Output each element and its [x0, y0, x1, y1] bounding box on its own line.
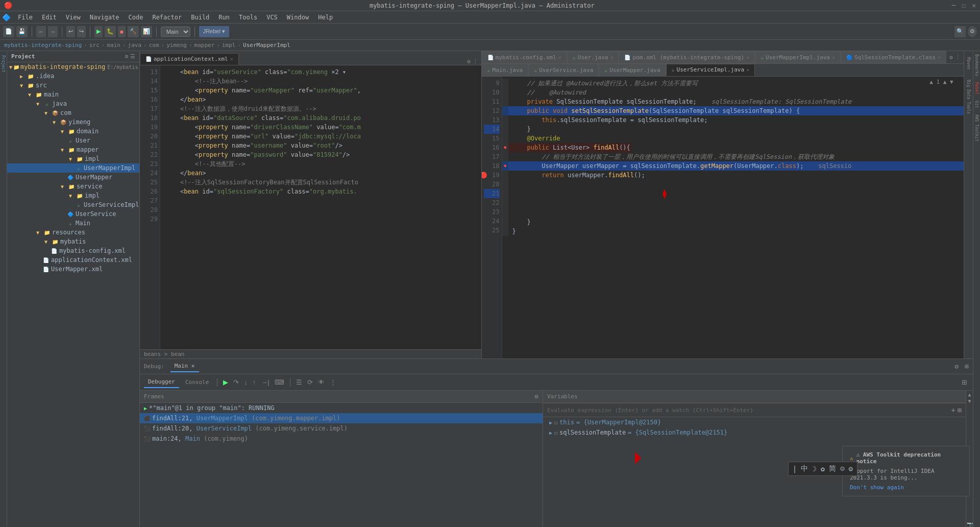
toolbar-undo[interactable]: ↩	[66, 26, 75, 37]
debug-threads[interactable]: ⟳	[306, 377, 314, 387]
maven-icon[interactable]: Maven	[966, 53, 971, 74]
menu-view[interactable]: View	[62, 13, 85, 22]
tree-usermapperimpl[interactable]: ☕ UserMapperImpl	[7, 163, 139, 173]
eval-bar[interactable]: Evaluate expression (Enter) or add a wat…	[543, 403, 966, 417]
frame-userserviceimpl[interactable]: ⬛ findAll:20, UserServiceImpl (com.yimen…	[140, 423, 543, 434]
debug-watch[interactable]: 👁	[316, 377, 326, 387]
left-code-content[interactable]: <bean id="userService" class="com.yimeng…	[160, 65, 481, 349]
menu-file[interactable]: File	[14, 13, 37, 22]
breadcrumb-impl[interactable]: impl	[222, 42, 236, 49]
tab-usermapperimpl[interactable]: ☕ UserMapperImpl.java ✕	[755, 51, 841, 63]
menu-run[interactable]: Run	[214, 13, 234, 22]
debug-step-over[interactable]: ↷	[232, 377, 240, 387]
tree-mapper[interactable]: ▼ 📁 mapper	[7, 145, 139, 154]
frames-filter[interactable]: ⊜	[534, 393, 538, 400]
close-userserviceimpl[interactable]: ✕	[746, 67, 749, 73]
debug-settings[interactable]: ⚙	[954, 363, 959, 370]
debug-run-to-cursor[interactable]: →|	[259, 377, 271, 387]
tree-yimeng[interactable]: ▼ 📦 yimeng	[7, 117, 139, 127]
right-editor-layout[interactable]: ⋮	[955, 54, 961, 61]
tree-mybatis-folder[interactable]: ▼ 📁 mybatis	[7, 237, 139, 246]
breadcrumb-yimeng[interactable]: yimeng	[166, 42, 187, 49]
debugger-tab[interactable]: Debugger	[144, 376, 179, 388]
close-mybatisconfig[interactable]: ✕	[558, 55, 561, 60]
debug-more[interactable]: ⋮	[328, 377, 338, 387]
input-chinese[interactable]: 中	[801, 464, 808, 473]
close-sqlsession[interactable]: ✕	[938, 55, 941, 60]
close-btn[interactable]: ✕	[972, 2, 976, 9]
tree-usermapper-interface[interactable]: 🔷 UserMapper	[7, 173, 139, 182]
debug-session-tab[interactable]: Main ✕	[170, 361, 199, 372]
tree-usermapper-xml[interactable]: 📄 UserMapper.xml	[7, 265, 139, 274]
toolbar-rebuild[interactable]: 🔨	[128, 26, 139, 37]
tree-main-class[interactable]: ☕ Main	[7, 219, 139, 228]
toolbar-stop[interactable]: ■	[118, 26, 126, 37]
breadcrumb-com[interactable]: com	[149, 42, 159, 49]
debug-evaluate[interactable]: ⌨	[273, 377, 286, 387]
var-sqlsessiontemplate[interactable]: ▶ ◻ sqlSessionTemplate = {SqlSessionTemp…	[543, 427, 966, 438]
menu-window[interactable]: Window	[283, 13, 313, 22]
menu-vcs[interactable]: VCS	[262, 13, 282, 22]
frame-main[interactable]: ⬛ main:24, Main (com.yimeng)	[140, 434, 543, 444]
right-editor-settings[interactable]: ⚙	[949, 54, 953, 61]
toolbar-back[interactable]: ←	[36, 26, 46, 37]
tab-applicationcontext[interactable]: 📄 applicationContext.xml ✕	[140, 53, 239, 65]
menu-code[interactable]: Code	[125, 13, 148, 22]
toolbar-run[interactable]: ▶	[94, 26, 103, 37]
toolbar-save[interactable]: 💾	[16, 26, 28, 37]
minimize-btn[interactable]: ─	[952, 2, 956, 9]
menu-navigate[interactable]: Navigate	[86, 13, 124, 22]
tree-main[interactable]: ▼ 📁 main	[7, 90, 139, 99]
toolbar-debug[interactable]: 🐛	[105, 26, 116, 37]
editor-settings-icon[interactable]: ⚙	[467, 58, 471, 65]
tree-idea[interactable]: ▶ 📁 .idea	[7, 71, 139, 81]
tab-main[interactable]: ☕ Main.java	[482, 64, 529, 76]
tree-domain[interactable]: ▼ 📁 domain	[7, 127, 139, 136]
menu-build[interactable]: Build	[187, 13, 213, 22]
search-btn[interactable]: 🔍	[954, 26, 966, 37]
aws-toolkit-icon[interactable]: AWS Toolkit	[974, 111, 979, 145]
close-user[interactable]: ✕	[610, 55, 613, 60]
tree-user-class[interactable]: ☕ User	[7, 136, 139, 145]
tree-com[interactable]: ▼ 📦 com	[7, 108, 139, 117]
breadcrumb-mapper[interactable]: mapper	[194, 42, 215, 49]
input-simplified[interactable]: 简	[829, 464, 836, 473]
tree-mapper-impl[interactable]: ▼ 📁 impl	[7, 154, 139, 163]
rebtel-icon[interactable]: Rebel	[974, 79, 979, 98]
frame-running[interactable]: ▶ *"main"@1 in group "main": RUNNING	[140, 403, 543, 413]
var-this[interactable]: ▶ ◻ this = {UserMapperImpl@2150}	[543, 417, 966, 427]
tab-usermapper[interactable]: ☕ UserMapper.java	[599, 64, 666, 76]
debug-panel-expand[interactable]: ⊞	[960, 377, 969, 387]
tab-mybatisconfig[interactable]: 📄 mybatis-config.xml ✕	[482, 51, 567, 63]
toolbar-forward[interactable]: →	[48, 26, 58, 37]
debug-step-into[interactable]: ↓	[242, 377, 249, 387]
tab-pom[interactable]: 📄 pom.xml (mybatis-integrate-sping) ✕	[619, 51, 755, 63]
tree-project-root[interactable]: ▼ 📁 mybatis-integrate-sping E:/mybatis-i…	[7, 62, 139, 71]
aws-notice-link[interactable]: Don't show again	[850, 484, 904, 491]
var-camera[interactable]: 📷	[967, 521, 973, 527]
breadcrumb-main[interactable]: main	[107, 42, 120, 49]
tree-service-impl[interactable]: ▼ 📁 impl	[7, 191, 139, 200]
tab-userserviceimpl[interactable]: ☕ UserServiceImpl.java ✕	[666, 64, 755, 76]
tree-java[interactable]: ▼ ☕ java	[7, 99, 139, 108]
tab-userservice[interactable]: ☕ UserService.java	[528, 64, 599, 76]
sidebar-layout[interactable]: ☰	[130, 53, 135, 60]
debug-resume[interactable]: ▶	[222, 377, 230, 387]
breadcrumb-file[interactable]: UserMapperImpl	[243, 42, 290, 49]
tree-src[interactable]: ▼ 📁 src	[7, 81, 139, 90]
menu-tools[interactable]: Tools	[235, 13, 261, 22]
input-flower[interactable]: ✿	[821, 465, 825, 473]
breadcrumb-java[interactable]: java	[128, 42, 142, 49]
bigdata-icon[interactable]: Big Data Tools	[966, 76, 971, 118]
tree-resources[interactable]: ▼ 📁 resources	[7, 228, 139, 237]
tree-appcontext[interactable]: 📄 applicationContext.xml	[7, 255, 139, 265]
close-pom[interactable]: ✕	[746, 55, 749, 60]
tab-user[interactable]: ☕ User.java ✕	[567, 51, 619, 63]
frame-usermapperimpl[interactable]: ⬛ findAll:21, UserMapperImpl (com.yimeng…	[140, 413, 543, 423]
eval-expand[interactable]: ⊞	[958, 406, 962, 414]
bookmarks-icon[interactable]: Bookmarks	[974, 51, 979, 79]
var-scroll-up[interactable]: ▲	[968, 392, 971, 397]
toolbar-redo[interactable]: ↪	[77, 26, 86, 37]
tree-service[interactable]: ▼ 📁 service	[7, 182, 139, 191]
breadcrumb-src[interactable]: src	[89, 42, 100, 49]
